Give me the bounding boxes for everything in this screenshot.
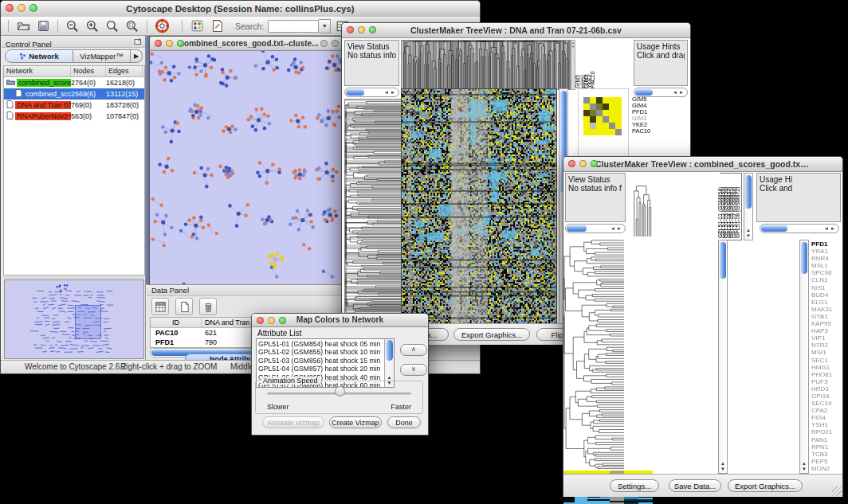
network-tree-row[interactable]: combined_scores2764(0)16218(0) [4, 77, 144, 88]
gene-label[interactable]: HRD3 [811, 385, 842, 393]
vertical-scrollbar[interactable]: ▲▼ [384, 339, 394, 387]
close-icon[interactable] [347, 26, 354, 33]
create-vizmap-button[interactable]: Create Vizmap [329, 416, 382, 428]
new-attribute-icon[interactable] [175, 298, 193, 315]
zoom-out-icon[interactable] [65, 18, 80, 34]
gene-label[interactable]: MON2 [811, 465, 842, 472]
gene-label[interactable]: PAN1 [811, 436, 842, 443]
vertical-scrollbar[interactable]: ▲▼ [744, 173, 753, 240]
search-input[interactable] [268, 20, 319, 33]
horizontal-scrollbar[interactable]: ◄► [565, 224, 626, 233]
column-label[interactable]: GPL51-08 (GSM872) [736, 187, 740, 238]
row-dendrogram-canvas[interactable] [563, 238, 624, 471]
search-dropdown-icon[interactable]: ▼ [319, 19, 331, 33]
zoom-window-icon[interactable] [177, 40, 184, 47]
horizontal-scrollbar[interactable]: ◄► [344, 88, 399, 97]
gene-label[interactable]: NTR2 [811, 342, 842, 349]
gene-label[interactable]: ELG1 [811, 299, 842, 306]
zoom-window-icon[interactable] [279, 317, 286, 324]
horizontal-scrollbar[interactable]: ◄► [760, 224, 839, 233]
export-graphics-button[interactable]: Export Graphics... [453, 328, 530, 341]
network-view-window[interactable]: combined_scores_good.txt--cluste... [149, 36, 349, 284]
gene-label[interactable]: SEC1 [811, 357, 842, 364]
select-attributes-icon[interactable] [151, 298, 169, 315]
gene-label[interactable]: RPN1 [811, 443, 842, 451]
gene-label[interactable]: HAP3 [811, 327, 842, 334]
gene-label[interactable]: CPA2 [811, 407, 842, 414]
similarity-matrix-canvas[interactable] [583, 97, 622, 135]
network-tree-row[interactable]: DNA and Tran 07769(0)183728(0) [4, 100, 144, 111]
minimize-icon[interactable] [332, 40, 339, 47]
annotation-icon[interactable] [209, 18, 225, 34]
zoom-window-icon[interactable] [29, 4, 37, 12]
delete-attribute-icon[interactable] [199, 298, 217, 315]
zoom-selected-icon[interactable] [124, 18, 140, 34]
gene-label[interactable]: YRA1 [811, 248, 842, 255]
vertical-scrollbar[interactable]: ▲▼ [718, 240, 728, 474]
nodes-grid-icon[interactable] [189, 18, 205, 34]
gene-label[interactable]: PHO81 [811, 371, 842, 378]
attribute-item[interactable]: GPL51-02 (GSM855) heat shock 10 min [258, 348, 383, 356]
gene-label[interactable]: PUF3 [811, 378, 842, 385]
tab-network[interactable]: Network [5, 49, 73, 63]
column-header-nodes[interactable]: Nodes [71, 66, 106, 76]
move-down-button[interactable]: ∨ [400, 364, 427, 376]
row-label[interactable]: PAC10 [632, 128, 688, 135]
gene-label[interactable]: MSL1 [811, 262, 842, 269]
gene-label[interactable]: GPI16 [811, 393, 842, 400]
treeview2-titlebar[interactable]: ClusterMaker TreeView : combined_scores_… [563, 157, 842, 172]
float-panel-icon[interactable] [130, 37, 142, 49]
tab-vizmapper[interactable]: VizMapper™ [73, 49, 131, 63]
open-file-icon[interactable] [15, 18, 31, 34]
treeview1-titlebar[interactable]: ClusterMaker TreeView : DNA and Tran 07-… [342, 23, 690, 38]
column-dendrogram-canvas[interactable] [401, 40, 571, 90]
save-data-button[interactable]: Save Data... [669, 479, 721, 492]
zoom-in-icon[interactable] [84, 18, 100, 34]
zoom-window-icon[interactable] [369, 26, 376, 33]
gene-label[interactable]: GTB1 [811, 313, 842, 320]
gene-label[interactable]: MAK31 [811, 306, 842, 313]
column-header-network[interactable]: Network [4, 66, 71, 76]
heatmap-global-canvas[interactable] [401, 88, 557, 325]
column-label[interactable]: PAC10 [591, 71, 595, 88]
birdseye-overview-canvas[interactable] [4, 279, 144, 359]
minimize-icon[interactable] [268, 317, 275, 324]
minimize-icon[interactable] [358, 26, 365, 33]
gene-label[interactable]: BUD4 [811, 291, 842, 299]
gene-label[interactable]: SEC24 [811, 400, 842, 407]
attribute-item[interactable]: GPL51-03 (GSM856) heat shock 15 min [258, 357, 383, 365]
gene-label[interactable]: RPO21 [811, 428, 842, 436]
zoom-fit-icon[interactable] [104, 18, 120, 34]
close-icon[interactable] [320, 40, 328, 47]
dialog-titlebar[interactable]: Map Colors to Network [252, 314, 428, 327]
gene-label[interactable]: HMG1 [811, 364, 842, 371]
attribute-item[interactable]: GPL51-04 (GSM857) heat shock 20 min [258, 365, 383, 373]
gene-label[interactable]: SPC98 [811, 269, 842, 276]
panel-splitter[interactable] [3, 275, 143, 279]
network-tree-row[interactable]: combined_sco2569(6)13112(15) [4, 88, 144, 100]
close-icon[interactable] [257, 317, 264, 324]
minimize-icon[interactable] [579, 160, 587, 167]
gene-label[interactable]: PEP5 [811, 458, 842, 465]
speed-slider-thumb[interactable] [335, 386, 345, 397]
tab-more-arrow[interactable]: ▶ [131, 49, 143, 63]
export-graphics-button[interactable]: Export Graphics... [728, 479, 803, 492]
gene-label[interactable]: VIP1 [811, 334, 842, 342]
column-header-id[interactable]: ID [151, 318, 202, 327]
settings-button[interactable]: Settings... [610, 479, 659, 492]
vertical-scrollbar[interactable]: ▲▼ [799, 240, 809, 474]
zoom-window-icon[interactable] [591, 160, 598, 167]
close-icon[interactable] [6, 4, 14, 12]
minimize-icon[interactable] [18, 4, 26, 12]
done-button[interactable]: Done [387, 416, 421, 428]
network-tree-row[interactable]: RNAPuberNov2+563(0)107847(0) [4, 111, 144, 122]
gene-label[interactable]: RNR4 [811, 255, 842, 262]
gene-label[interactable]: KAP95 [811, 320, 842, 327]
gene-label[interactable]: FIG4 [811, 414, 842, 421]
gene-label[interactable]: MSI1 [811, 349, 842, 356]
minimize-icon[interactable] [166, 40, 173, 47]
row-dendrogram-canvas[interactable] [344, 99, 402, 325]
close-icon[interactable] [155, 40, 162, 47]
gene-label[interactable]: TCB3 [811, 451, 842, 458]
close-icon[interactable] [568, 160, 575, 167]
